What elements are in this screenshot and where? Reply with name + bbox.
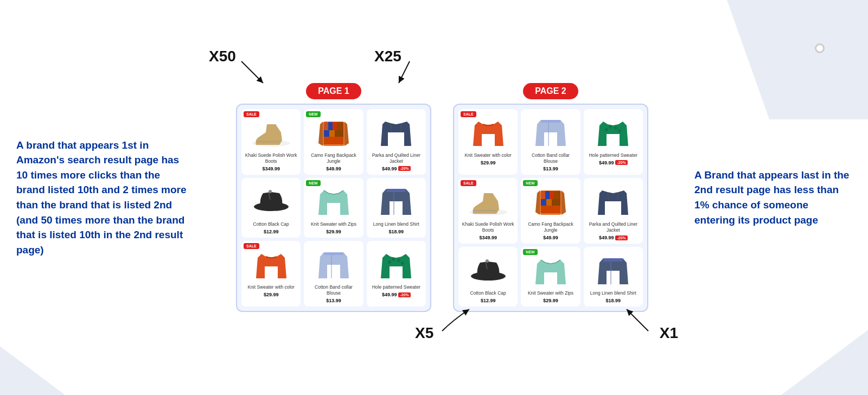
product-name: Long Linen blend Shirt (373, 221, 419, 227)
svg-point-22 (618, 129, 621, 132)
product-name: Knit Sweater with Zips (311, 221, 356, 227)
svg-rect-9 (324, 137, 343, 144)
product-card: Long Linen blend Shirt $18.99 (367, 178, 426, 238)
product-price-row: $49.99 (543, 235, 558, 240)
product-image (247, 244, 296, 282)
product-badge: SALE (244, 243, 259, 249)
product-price-row: $29.99 (326, 229, 341, 234)
product-name: Khaki Suede Polish Work Boots (462, 221, 514, 233)
svg-point-21 (614, 126, 617, 130)
product-image (464, 250, 513, 288)
svg-point-34 (486, 259, 489, 263)
svg-rect-13 (324, 252, 343, 255)
product-card: Hole patterned Sweater $49.99 -20% (367, 241, 426, 307)
product-badge: NEW (306, 180, 320, 186)
svg-rect-3 (328, 122, 333, 130)
product-discount: -20% (615, 160, 627, 165)
product-price: $13.99 (543, 166, 558, 171)
right-description: A Brand that appears last in the 2nd res… (694, 168, 852, 227)
svg-rect-28 (554, 191, 560, 199)
product-card: NEW Camo Fang Backpack Jungle $49.99 (521, 178, 580, 244)
product-image (247, 181, 296, 219)
product-price: $29.99 (481, 160, 496, 165)
product-image (526, 112, 575, 150)
product-card: Cotton Band collar Blouse $13.99 (521, 109, 580, 175)
svg-rect-4 (333, 122, 337, 130)
product-name: Hole patterned Sweater (589, 152, 637, 158)
page1-grid: SALE Khaki Suede Polish Work Boots $349.… (236, 104, 431, 312)
product-price-row: $49.99 (326, 166, 341, 171)
product-image (372, 112, 420, 150)
svg-rect-5 (337, 122, 343, 130)
product-price: $349.99 (479, 235, 497, 240)
svg-point-11 (269, 190, 272, 193)
product-price: $18.99 (389, 229, 404, 234)
svg-point-15 (392, 258, 395, 261)
product-card: NEW Knit Sweater with Zips $29.99 (521, 247, 580, 307)
page2-label-container: PAGE 2 (523, 83, 578, 99)
product-price-row: $13.99 (543, 166, 558, 171)
product-price: $29.99 (543, 298, 558, 303)
svg-rect-27 (550, 191, 554, 199)
page2-container: PAGE 2 SALE Knit Sweater with color $29.… (453, 83, 648, 312)
product-image (247, 112, 296, 150)
product-price: $49.99 (382, 292, 397, 297)
product-price: $29.99 (264, 292, 279, 297)
product-image (309, 112, 358, 150)
product-name: Knit Sweater with color (464, 152, 511, 158)
svg-rect-18 (541, 120, 560, 123)
multiplier-x25: X25 (374, 48, 401, 65)
svg-rect-7 (329, 130, 335, 137)
product-price-row: $12.99 (264, 229, 279, 234)
product-price-row: $18.99 (606, 298, 621, 303)
product-image (526, 250, 575, 288)
product-price: $29.99 (326, 229, 341, 234)
product-price-row: $12.99 (481, 298, 496, 303)
product-price: $49.99 (543, 235, 558, 240)
svg-point-14 (388, 260, 391, 264)
svg-rect-12 (386, 189, 406, 192)
product-card: SALE Khaki Suede Polish Work Boots $349.… (458, 178, 518, 244)
product-price-row: $29.99 (264, 292, 279, 297)
svg-rect-26 (545, 191, 550, 199)
product-badge: SALE (461, 111, 476, 117)
product-price-row: $349.99 (262, 166, 280, 171)
svg-point-20 (609, 125, 612, 129)
product-name: Cotton Black Cap (470, 290, 506, 296)
product-price-row: $49.99 -20% (599, 160, 628, 165)
product-badge: SALE (461, 180, 476, 186)
product-card: Parka and Quilted Liner Jacket $49.99 -2… (367, 109, 426, 175)
page2-label: PAGE 2 (523, 83, 578, 99)
product-price-row: $49.99 -20% (599, 235, 628, 240)
product-name: Parka and Quilted Liner Jacket (587, 221, 640, 233)
product-price-row: $29.99 (481, 160, 496, 165)
product-price: $49.99 (326, 166, 341, 171)
product-discount: -20% (398, 166, 410, 171)
svg-rect-8 (335, 130, 343, 137)
product-price: $49.99 (382, 166, 397, 171)
product-card: SALE Knit Sweater with color $29.99 (458, 109, 518, 175)
svg-rect-25 (541, 191, 545, 199)
product-name: Cotton Band collar Blouse (524, 152, 577, 164)
product-name: Cotton Band collar Blouse (307, 284, 360, 296)
product-name: Camo Fang Backpack Jungle (307, 152, 360, 164)
svg-rect-31 (552, 199, 560, 206)
product-badge: NEW (523, 249, 537, 255)
product-price-row: $49.99 -20% (382, 292, 411, 297)
product-name: Cotton Black Cap (253, 221, 289, 227)
product-card: NEW Camo Fang Backpack Jungle $49.99 (304, 109, 363, 175)
svg-rect-29 (541, 199, 546, 206)
page1-label-container: PAGE 1 (306, 83, 361, 99)
product-image (309, 244, 358, 282)
product-card: Parka and Quilted Liner Jacket $49.99 -2… (584, 178, 643, 244)
product-price-row: $13.99 (326, 298, 341, 303)
product-badge: NEW (523, 180, 537, 186)
multiplier-x1: X1 (660, 324, 678, 342)
product-card: Hole patterned Sweater $49.99 -20% (584, 109, 643, 175)
multiplier-x50: X50 (209, 48, 236, 65)
svg-rect-32 (541, 206, 560, 213)
product-card: Cotton Black Cap $12.99 (241, 178, 301, 238)
page1-container: PAGE 1 SALE Khaki Suede Polish Work Boot… (236, 83, 431, 312)
product-name: Khaki Suede Polish Work Boots (245, 152, 297, 164)
product-price-row: $49.99 -20% (382, 166, 411, 171)
